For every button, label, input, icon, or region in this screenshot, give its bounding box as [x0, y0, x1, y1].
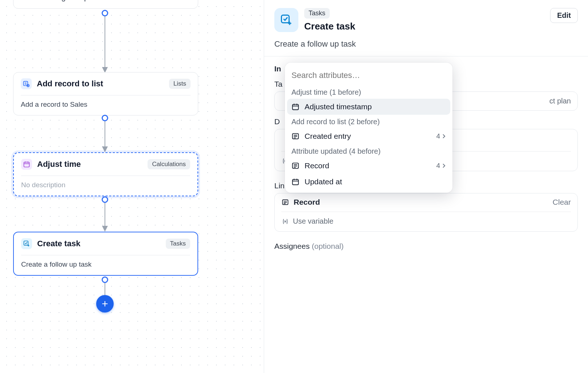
variable-icon: [281, 217, 289, 225]
calendar-icon: [21, 159, 32, 170]
calendar-icon: [291, 178, 299, 186]
node-create-task[interactable]: Create task Tasks Create a follow up tas…: [13, 232, 198, 276]
use-variable-button[interactable]: Use variable: [281, 212, 571, 225]
node-body-text: Create a follow up task: [21, 255, 190, 268]
node-title: Create task: [37, 239, 161, 248]
panel-subtitle: Create a follow up task: [274, 39, 578, 49]
dropdown-item-updated-at[interactable]: Updated at: [285, 174, 452, 190]
node-title: Add record to list: [37, 79, 164, 89]
dropdown-item-adjusted-timestamp[interactable]: Adjusted timestamp: [287, 99, 450, 115]
node-category-badge: Tasks: [166, 239, 190, 249]
entry-icon: [291, 162, 299, 170]
divider: [264, 56, 588, 56]
svg-rect-10: [293, 105, 299, 110]
node-body-text: No description: [21, 176, 190, 189]
dropdown-item-record[interactable]: Record 4: [285, 158, 452, 174]
attribute-picker-dropdown[interactable]: Adjust time (1 before) Adjusted timestam…: [285, 63, 452, 193]
node-adjust-time[interactable]: Adjust time Calculations No description: [13, 152, 198, 196]
record-label: Record: [294, 198, 320, 207]
node-condition[interactable]: Is exceeding free plan and not in list?: [13, 0, 198, 9]
svg-rect-13: [293, 180, 299, 185]
port-out[interactable]: [102, 276, 108, 283]
entry-icon: [291, 132, 299, 140]
chevron-right-icon: [442, 134, 446, 139]
dropdown-item-created-entry[interactable]: Created entry 4: [285, 128, 452, 144]
calendar-icon: [291, 103, 299, 111]
svg-rect-6: [24, 162, 30, 167]
task-add-icon: [21, 238, 32, 249]
port-out[interactable]: [102, 10, 108, 16]
dropdown-group-title: Attribute updated (4 before): [285, 144, 452, 158]
assignees-label: Assignees (optional): [274, 242, 578, 251]
svg-rect-8: [282, 15, 289, 23]
node-body-text: Is exceeding free plan and not in list?: [21, 0, 191, 2]
task-value-suffix: ct plan: [549, 97, 571, 105]
port-out[interactable]: [102, 196, 108, 203]
search-input[interactable]: [289, 68, 448, 82]
node-title: Adjust time: [37, 160, 142, 169]
category-chip: Tasks: [304, 8, 330, 19]
svg-rect-7: [24, 241, 28, 246]
node-category-badge: Lists: [169, 79, 191, 89]
add-step-button[interactable]: [96, 295, 114, 313]
workflow-canvas[interactable]: Is exceeding free plan and not in list? …: [0, 0, 264, 373]
entry-icon: [281, 198, 289, 206]
dropdown-group-title: Adjust time (1 before): [285, 85, 452, 99]
linked-records-field[interactable]: Record Clear Use variable: [274, 193, 578, 232]
task-add-icon: [274, 8, 298, 32]
node-body-text: Add a record to Sales: [21, 95, 191, 109]
clear-button[interactable]: Clear: [553, 198, 571, 207]
panel-title: Create task: [304, 21, 544, 32]
node-category-badge: Calculations: [148, 159, 190, 169]
node-add-record-to-list[interactable]: Add record to list Lists Add a record to…: [13, 72, 198, 115]
chevron-right-icon: [442, 163, 446, 168]
edit-button[interactable]: Edit: [550, 8, 578, 23]
list-add-icon: [21, 78, 32, 89]
dropdown-group-title: Add record to list (2 before): [285, 115, 452, 128]
port-out[interactable]: [102, 115, 108, 121]
